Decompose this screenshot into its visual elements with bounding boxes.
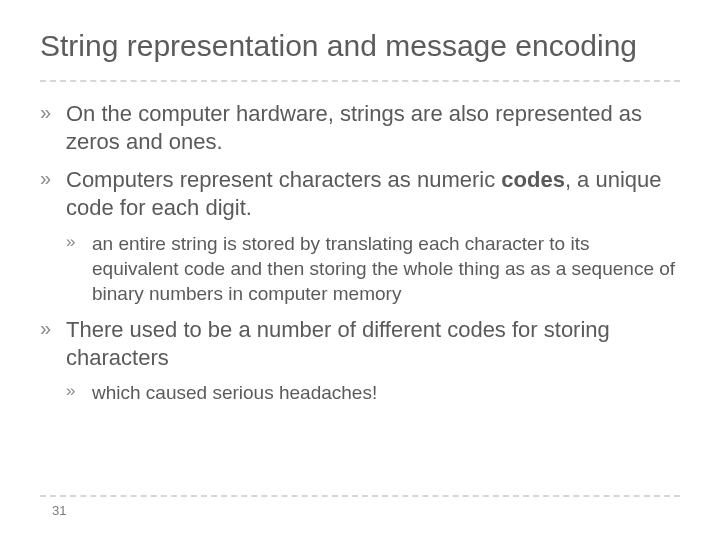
bullet-list: On the computer hardware, strings are al… [40, 100, 680, 405]
slide-footer: 31 [40, 495, 680, 518]
bullet-item: On the computer hardware, strings are al… [40, 100, 680, 156]
slide-container: String representation and message encodi… [0, 0, 720, 540]
page-number: 31 [40, 503, 680, 518]
slide-title: String representation and message encodi… [40, 28, 680, 64]
bullet-text: On the computer hardware, strings are al… [66, 101, 642, 154]
divider-bottom [40, 495, 680, 497]
sub-bullet-item: an entire string is stored by translatin… [66, 231, 680, 306]
bullet-item: Computers represent characters as numeri… [40, 166, 680, 306]
sub-bullet-list: an entire string is stored by translatin… [66, 231, 680, 306]
sub-bullet-item: which caused serious headaches! [66, 380, 680, 405]
bullet-text-bold: codes [501, 167, 565, 192]
divider-top [40, 80, 680, 82]
sub-bullet-text: an entire string is stored by translatin… [92, 233, 675, 304]
sub-bullet-list: which caused serious headaches! [66, 380, 680, 405]
bullet-item: There used to be a number of different c… [40, 316, 680, 405]
sub-bullet-text: which caused serious headaches! [92, 382, 377, 403]
bullet-text: There used to be a number of different c… [66, 317, 610, 370]
bullet-text: Computers represent characters as numeri… [66, 167, 501, 192]
